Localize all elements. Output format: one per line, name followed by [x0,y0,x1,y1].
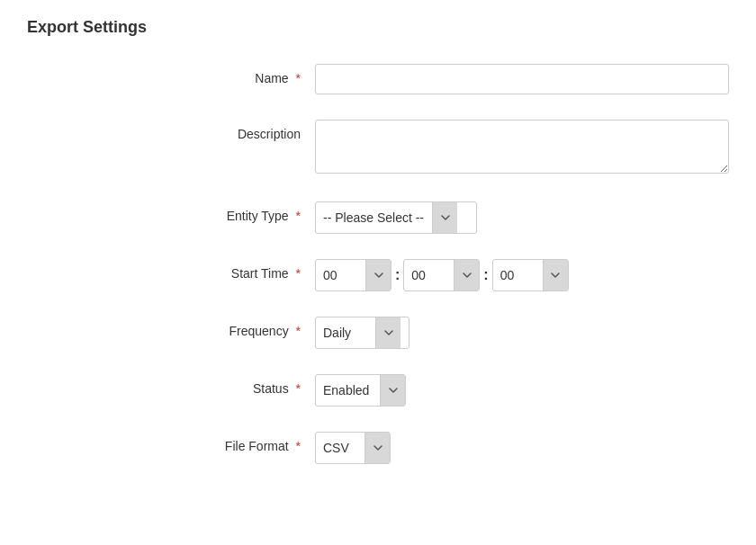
seconds-select[interactable]: 00 15 30 45 [493,263,543,288]
seconds-select-wrapper: 00 15 30 45 [492,259,569,291]
entity-type-select-wrapper: -- Please Select -- [315,201,477,234]
page-title: Export Settings [27,18,729,37]
frequency-required-star: * [296,324,301,338]
chevron-down-icon [374,443,382,452]
file-format-select-wrapper: CSV XML JSON [315,432,391,464]
description-row: Description [27,120,729,176]
entity-type-select[interactable]: -- Please Select -- [316,205,432,230]
file-format-dropdown-btn[interactable] [364,433,390,463]
chevron-down-icon [441,213,450,222]
minutes-select-wrapper: 00 15 30 45 [403,259,480,291]
status-select[interactable]: Enabled Disabled [316,378,380,403]
time-row: 00 01 02 03 04 05 06 07 08 09 10 11 12 1… [315,259,729,291]
file-format-row: File Format * CSV XML JSON [27,432,729,464]
status-label: Status * [27,374,315,396]
chevron-down-icon [384,328,393,337]
status-required-star: * [296,381,301,396]
name-input[interactable] [315,64,729,94]
entity-type-dropdown-btn[interactable] [432,202,457,233]
file-format-label: File Format * [27,432,315,453]
status-select-wrapper: Enabled Disabled [315,374,406,407]
hours-dropdown-btn[interactable] [365,260,391,290]
frequency-dropdown-btn[interactable] [375,317,400,348]
export-settings-form: Name * Description Entity Type * -- Plea… [27,64,729,464]
chevron-down-icon [463,271,472,280]
file-format-select[interactable]: CSV XML JSON [316,435,364,460]
status-row: Status * Enabled Disabled [27,374,729,407]
time-separator-1: : [395,267,400,283]
file-format-control: CSV XML JSON [315,432,729,464]
frequency-select-wrapper: Daily Weekly Monthly [315,317,410,349]
minutes-dropdown-btn[interactable] [454,260,479,290]
entity-type-row: Entity Type * -- Please Select -- [27,201,729,234]
status-control: Enabled Disabled [315,374,729,407]
entity-type-label: Entity Type * [27,201,315,223]
frequency-control: Daily Weekly Monthly [315,317,729,349]
description-label: Description [27,120,315,141]
frequency-row: Frequency * Daily Weekly Monthly [27,317,729,349]
start-time-control: 00 01 02 03 04 05 06 07 08 09 10 11 12 1… [315,259,729,291]
name-control [315,64,729,94]
hours-select[interactable]: 00 01 02 03 04 05 06 07 08 09 10 11 12 1… [316,263,365,288]
description-control [315,120,729,176]
description-input[interactable] [315,120,729,174]
file-format-required-star: * [296,439,301,453]
time-separator-2: : [483,267,488,283]
seconds-dropdown-btn[interactable] [543,260,568,290]
name-row: Name * [27,64,729,94]
chevron-down-icon [374,271,383,280]
entity-type-required-star: * [296,209,301,223]
hours-select-wrapper: 00 01 02 03 04 05 06 07 08 09 10 11 12 1… [315,259,392,291]
name-label: Name * [27,64,315,85]
chevron-down-icon [551,271,560,280]
chevron-down-icon [389,386,398,395]
start-time-row: Start Time * 00 01 02 03 04 05 06 07 08 [27,259,729,291]
name-required-star: * [296,71,301,85]
entity-type-control: -- Please Select -- [315,201,729,234]
frequency-select[interactable]: Daily Weekly Monthly [316,320,375,345]
frequency-label: Frequency * [27,317,315,338]
start-time-required-star: * [296,266,301,281]
minutes-select[interactable]: 00 15 30 45 [404,263,454,288]
start-time-label: Start Time * [27,259,315,281]
status-dropdown-btn[interactable] [380,375,405,406]
